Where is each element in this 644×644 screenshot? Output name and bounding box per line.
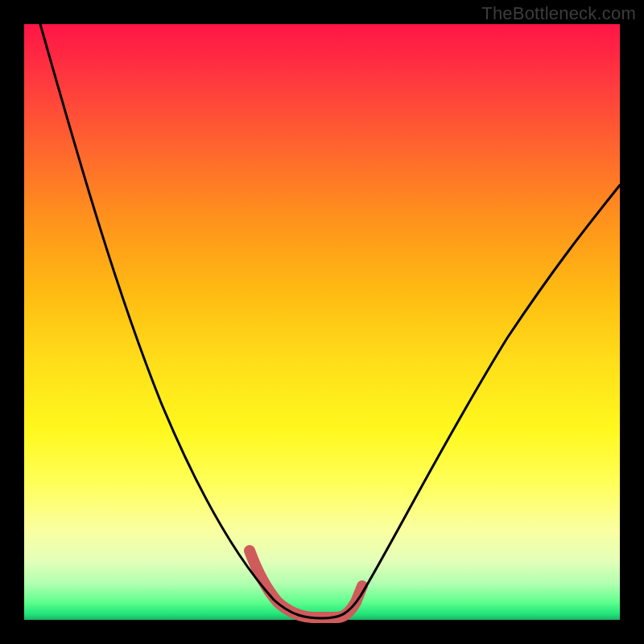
bottleneck-curve: [40, 24, 620, 618]
optimal-zone-highlight: [250, 551, 362, 617]
watermark-text: TheBottleneck.com: [481, 3, 636, 24]
plot-area: [24, 24, 620, 620]
curve-svg: [24, 24, 620, 620]
chart-container: TheBottleneck.com: [0, 0, 644, 644]
